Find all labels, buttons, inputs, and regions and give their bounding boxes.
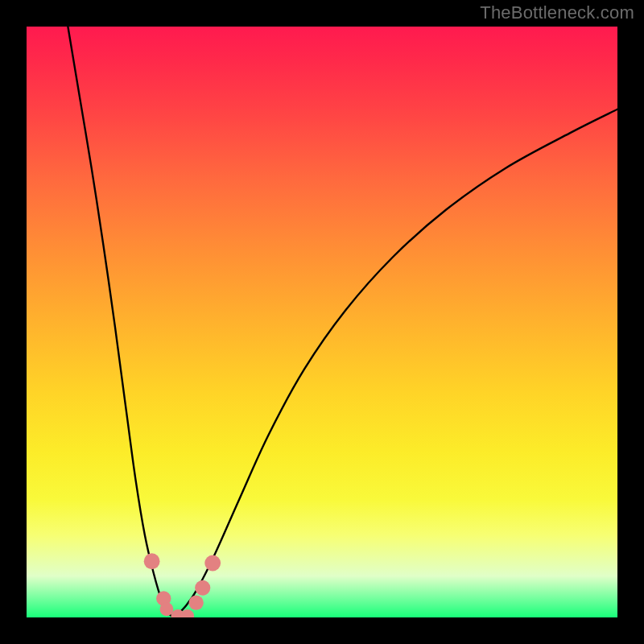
plot-area [27, 27, 617, 617]
right-dot-1 [188, 595, 203, 609]
curve-right-branch [175, 109, 618, 617]
watermark-text: TheBottleneck.com [480, 2, 634, 23]
curve-markers [144, 553, 221, 617]
chart-frame: TheBottleneck.com [0, 0, 644, 644]
left-dot-3 [160, 602, 174, 616]
left-dot-1 [144, 553, 160, 569]
right-dot-2 [195, 580, 210, 596]
curve-layer [27, 27, 617, 617]
right-dot-3 [204, 555, 221, 572]
curve-left-branch [68, 27, 174, 617]
